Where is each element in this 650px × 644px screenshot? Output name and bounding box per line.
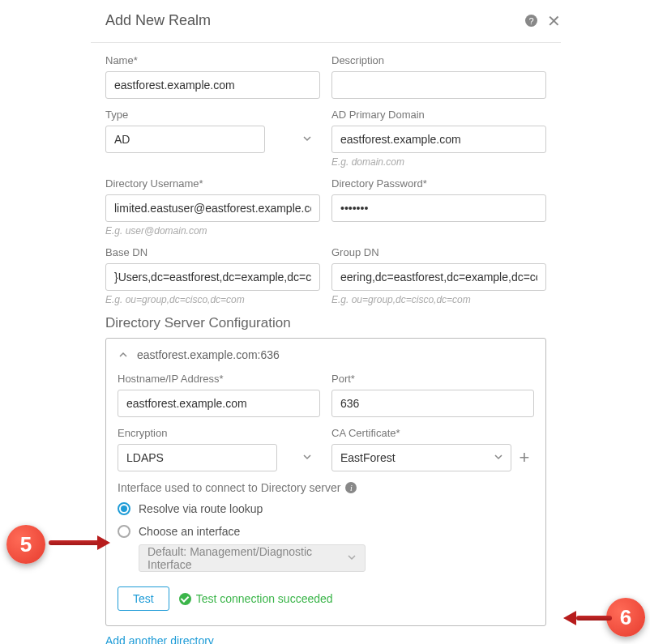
type-select[interactable] [105,126,265,153]
groupdn-label: Group DN [331,246,546,258]
info-icon[interactable]: i [345,482,357,493]
interface-select-value: Default: Management/Diagnostic Interface [148,545,357,571]
basedn-label: Base DN [105,246,320,258]
success-icon [179,593,191,605]
dir-user-label: Directory Username* [105,177,320,190]
test-result-text: Test connection succeeded [196,592,333,605]
port-input[interactable] [331,390,534,417]
help-icon[interactable]: ? [525,15,537,27]
host-label: Hostname/IP Address* [118,373,320,385]
chevron-down-icon [302,133,312,146]
dir-user-input[interactable] [105,194,320,222]
ad-domain-label: AD Primary Domain [331,109,546,121]
server-panel: eastforest.example.com:636 Hostname/IP A… [105,338,546,626]
radio-choose-interface-label: Choose an interface [139,525,240,538]
test-button[interactable]: Test [118,586,169,611]
enc-label: Encryption [118,427,320,439]
ad-domain-input[interactable] [331,126,546,153]
radio-resolve-route[interactable] [118,502,130,515]
server-panel-header[interactable]: eastforest.example.com:636 [118,348,534,361]
annotation-arrow-5 [49,537,113,548]
dir-pass-label: Directory Password* [331,177,546,190]
description-input[interactable] [331,71,546,99]
host-input[interactable] [118,390,320,417]
type-label: Type [105,109,320,121]
dir-pass-input[interactable] [331,194,546,222]
interface-select: Default: Management/Diagnostic Interface [139,544,366,572]
radio-choose-interface[interactable] [118,525,130,538]
dir-user-hint: E.g. user@domain.com [105,225,320,237]
iface-label: Interface used to connect to Directory s… [118,481,340,494]
ad-domain-hint: E.g. domain.com [331,156,546,168]
annotation-bubble-6: 6 [606,598,645,637]
groupdn-input[interactable] [331,263,546,291]
encryption-select[interactable] [118,444,277,471]
modal-title: Add New Realm [105,12,525,29]
modal-header: Add New Realm ? ✕ [91,6,561,43]
radio-resolve-route-label: Resolve via route lookup [139,502,263,515]
annotation-arrow-6 [563,612,612,624]
close-icon[interactable]: ✕ [547,13,561,29]
add-ca-cert-button[interactable]: + [515,447,534,468]
description-label: Description [331,54,546,66]
add-directory-link[interactable]: Add another directory [105,634,214,644]
basedn-input[interactable] [105,263,320,291]
ca-label: CA Certificate* [331,427,534,439]
chevron-down-icon [302,451,312,464]
name-input[interactable] [105,71,320,99]
annotation-bubble-5: 5 [6,525,45,564]
add-realm-modal: Add New Realm ? ✕ Name* Description Type [91,6,561,644]
port-label: Port* [331,373,534,385]
server-section-title: Directory Server Configuration [105,315,546,331]
server-panel-title: eastforest.example.com:636 [137,348,280,361]
chevron-down-icon [347,552,357,565]
name-label: Name* [105,54,320,66]
basedn-hint: E.g. ou=group,dc=cisco,dc=com [105,294,320,305]
chevron-up-icon [118,349,129,360]
ca-cert-select[interactable] [331,444,511,471]
groupdn-hint: E.g. ou=group,dc=cisco,dc=com [331,294,546,305]
